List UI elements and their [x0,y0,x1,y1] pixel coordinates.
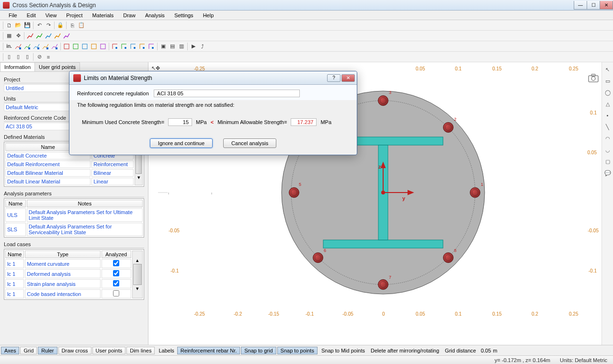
report-blue-icon[interactable] [32,42,41,51]
circle-slash-icon[interactable]: ⊘ [35,53,44,61]
report-green-icon[interactable] [23,42,32,51]
chart-purple-icon[interactable] [62,32,71,40]
report-orange-icon[interactable] [41,42,50,51]
chart-orange-icon[interactable] [53,32,62,40]
copy-icon[interactable]: ⎘ [68,21,77,30]
opt-axes[interactable]: Axes [1,347,19,354]
menu-analysis[interactable]: Analysis [140,11,170,19]
tool-b2-icon[interactable] [120,42,128,51]
arc2-icon[interactable]: ◡ [603,146,612,154]
undo-icon[interactable]: ↶ [35,21,44,30]
list-icon[interactable]: ≡ [44,53,53,61]
tool-b3-icon[interactable] [129,42,137,51]
rebar-6[interactable] [313,252,323,263]
table-row: Default Bilinear MaterialBilinear [5,169,143,177]
tool-b4-icon[interactable] [138,42,147,51]
open-icon[interactable]: 📂 [14,21,23,30]
page3-icon[interactable]: ▯ [23,53,32,61]
load-cases-table[interactable]: NameTypeAnalyzed▴▾ lc 1Moment curvature … [4,249,144,300]
tool-a4-icon[interactable] [90,42,98,51]
opt-drawcross[interactable]: Draw cross [58,347,91,354]
tool-b1-icon[interactable] [111,42,119,51]
opt-snapmid[interactable]: Snap to Mid points [318,348,368,353]
tool-a3-icon[interactable] [80,42,89,51]
arc-icon[interactable]: ◠ [603,134,612,143]
opt-ruler[interactable]: Ruler [38,347,57,354]
tab-user-grid-points[interactable]: User grid points [34,62,80,71]
menu-project[interactable]: Project [61,11,87,19]
redo-icon[interactable]: ↷ [44,21,53,30]
opt-snapgrid[interactable]: Snap to grid [241,347,276,354]
menu-help[interactable]: Help [198,11,219,19]
tool-a1-icon[interactable] [62,42,71,51]
ignore-continue-button[interactable]: Ignore and continue [150,138,213,148]
dialog-close-button[interactable]: ✕ [341,74,355,82]
maximize-button[interactable]: ☐ [587,1,600,10]
tool-run-icon[interactable]: ▶ [189,42,198,51]
tool-a5-icon[interactable] [99,42,107,51]
tool-expand-icon[interactable]: ✥ [14,32,23,40]
opt-grid[interactable]: Grid [20,347,37,354]
analyzed-checkbox[interactable] [113,260,119,266]
rect-icon[interactable]: ▭ [603,77,612,85]
rebar-8[interactable] [443,252,454,263]
regulation-field[interactable]: ACI 318 05 [154,90,300,97]
tab-information[interactable]: Information [0,62,35,71]
dialog-titlebar[interactable]: Limits on Material Strength ? ✕ [69,71,357,85]
rebar-7[interactable] [378,279,388,290]
page-icon[interactable]: ▯ [5,53,13,61]
in-label-icon[interactable]: in. [5,42,13,51]
rebar-3[interactable] [378,95,388,106]
rebar-1[interactable] [470,187,480,198]
opt-rebar[interactable]: Reinforcement rebar Nr. [177,347,240,354]
analyzed-checkbox[interactable] [113,270,119,276]
chart-red-icon[interactable] [26,32,34,40]
menu-materials[interactable]: Materials [88,11,119,19]
cancel-analysis-button[interactable]: Cancel analysis [223,138,276,148]
polygon-icon[interactable]: △ [603,100,612,108]
min-used-field[interactable]: 15 [168,118,192,126]
tool-c1-icon[interactable]: ▣ [159,42,168,51]
opt-dimlines[interactable]: Dim lines [126,347,155,354]
line-icon[interactable]: ╲ [603,123,612,131]
report-purple-icon[interactable] [50,42,59,51]
circle-icon[interactable]: ◯ [603,88,612,97]
rebar-2[interactable] [443,122,454,133]
analyzed-checkbox[interactable] [113,280,119,286]
new-icon[interactable]: 🗋 [5,21,13,30]
chart-blue-icon[interactable] [44,32,53,40]
minimize-button[interactable]: — [574,1,587,10]
chart-green-icon[interactable] [35,32,44,40]
menu-file[interactable]: File [4,11,22,19]
opt-delmirror[interactable]: Delete after mirroring/rotating [368,348,442,353]
lock-icon[interactable]: 🔒 [56,21,65,30]
opt-snappts[interactable]: Snap to points [277,347,318,354]
dialog-limits-material-strength: Limits on Material Strength ? ✕ Reinforc… [69,71,357,155]
min-allow-field[interactable]: 17.237 [291,118,317,126]
menu-view[interactable]: View [41,11,62,19]
opt-griddist-val[interactable]: 0.05 [479,348,493,353]
point-icon[interactable]: • [603,111,612,120]
tool-a2-icon[interactable] [71,42,80,51]
menu-draw[interactable]: Draw [118,11,140,19]
paste-icon[interactable]: 📋 [77,21,86,30]
menu-edit[interactable]: Edit [22,11,41,19]
tool-grid-icon[interactable]: ▦ [5,32,13,40]
menu-settings[interactable]: Settings [170,11,198,19]
close-button[interactable]: ✕ [600,1,613,10]
tool-c2-icon[interactable]: ▤ [168,42,177,51]
comment-icon[interactable]: 💬 [603,169,612,177]
analyzed-checkbox[interactable] [113,290,119,296]
tool-b5-icon[interactable] [147,42,156,51]
rebar-5[interactable] [289,187,299,198]
analysis-params-table[interactable]: NameNotes ULSDefault Analysis Parameters… [4,198,144,238]
dialog-help-button[interactable]: ? [327,74,341,82]
page2-icon[interactable]: ▯ [14,53,23,61]
opt-userpts[interactable]: User points [92,347,126,354]
save-icon[interactable]: 💾 [23,21,32,30]
text-icon[interactable]: ▢ [603,157,612,166]
select-icon[interactable]: ↖ [603,65,612,74]
tool-c3-icon[interactable]: ▥ [177,42,186,51]
report-red-icon[interactable] [14,42,23,51]
tool-export-icon[interactable]: ⤴ [198,42,207,51]
